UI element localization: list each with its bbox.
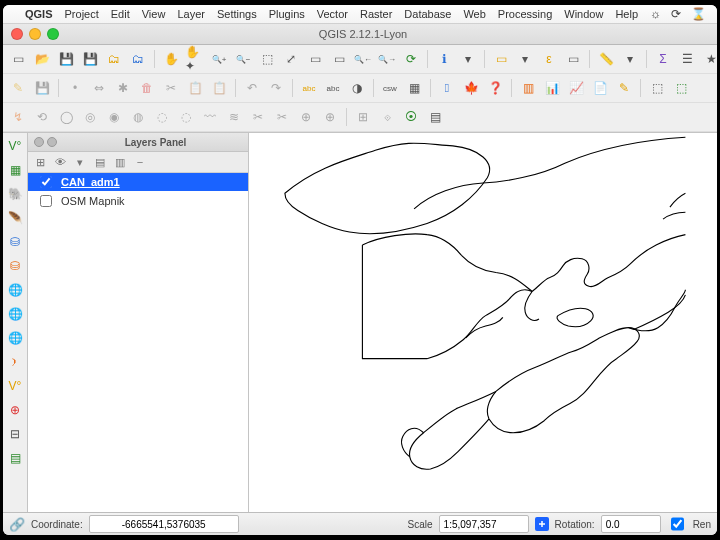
rotation-input[interactable] bbox=[601, 515, 661, 533]
menu-database[interactable]: Database bbox=[404, 8, 451, 20]
layer-visibility-checkbox[interactable] bbox=[40, 176, 52, 188]
identify-button[interactable]: ℹ bbox=[433, 48, 455, 70]
zoom-full-button[interactable]: ⤢ bbox=[280, 48, 302, 70]
dropbox-icon[interactable]: ☼ bbox=[650, 7, 661, 21]
undo-button[interactable]: ↶ bbox=[241, 77, 263, 99]
add-wcs-button[interactable]: 🌐 bbox=[4, 303, 26, 325]
app-menu[interactable]: QGIS bbox=[25, 8, 53, 20]
chart-button[interactable]: 📊 bbox=[541, 77, 563, 99]
cad-entry-button[interactable]: ▤ bbox=[424, 106, 446, 128]
expand-all-button[interactable]: ▤ bbox=[92, 154, 108, 170]
zoom-layer-button[interactable]: ▭ bbox=[328, 48, 350, 70]
simplify-button[interactable]: ◯ bbox=[55, 106, 77, 128]
del-part-button[interactable]: ◌ bbox=[175, 106, 197, 128]
add-postgis-button[interactable]: 🐘 bbox=[4, 183, 26, 205]
save-project-button[interactable]: 💾 bbox=[55, 48, 77, 70]
identify-dropdown-button[interactable]: ▾ bbox=[457, 48, 479, 70]
menu-processing[interactable]: Processing bbox=[498, 8, 552, 20]
plot-button[interactable]: 📈 bbox=[565, 77, 587, 99]
add-pg-raster-button[interactable]: ▤ bbox=[4, 447, 26, 469]
toggle-editing-button[interactable]: ✎ bbox=[7, 77, 29, 99]
stats-button[interactable]: ☰ bbox=[676, 48, 698, 70]
zoom-selection-button[interactable]: ▭ bbox=[304, 48, 326, 70]
plugin-a-button[interactable]: ⬚ bbox=[646, 77, 668, 99]
hist-button[interactable]: ▥ bbox=[517, 77, 539, 99]
diagram-button[interactable]: ◑ bbox=[346, 77, 368, 99]
new-gpx-button[interactable]: ⊕ bbox=[4, 399, 26, 421]
refresh-button[interactable]: ⟳ bbox=[400, 48, 422, 70]
manage-visibility-button[interactable]: 👁 bbox=[52, 154, 68, 170]
zoom-native-button[interactable]: ⬚ bbox=[256, 48, 278, 70]
zoom-out-button[interactable]: 🔍− bbox=[232, 48, 254, 70]
timemachine-icon[interactable]: ⌛ bbox=[691, 7, 706, 21]
add-part-button[interactable]: ◉ bbox=[103, 106, 125, 128]
select-expr-button[interactable]: ε bbox=[538, 48, 560, 70]
add-mssql-button[interactable]: ⛁ bbox=[4, 231, 26, 253]
menu-view[interactable]: View bbox=[142, 8, 166, 20]
menu-project[interactable]: Project bbox=[65, 8, 99, 20]
delete-selected-button[interactable]: 🗑 bbox=[136, 77, 158, 99]
scale-lock-button[interactable] bbox=[535, 517, 549, 531]
scale-input[interactable] bbox=[439, 515, 529, 533]
select-rect-button[interactable]: ▭ bbox=[490, 48, 512, 70]
menu-raster[interactable]: Raster bbox=[360, 8, 392, 20]
del-ring-button[interactable]: ◌ bbox=[151, 106, 173, 128]
help-button[interactable]: ❓ bbox=[484, 77, 506, 99]
sync-icon[interactable]: ⟳ bbox=[671, 7, 681, 21]
plugin-b-button[interactable]: ⬚ bbox=[670, 77, 692, 99]
cut-button[interactable]: ✂ bbox=[160, 77, 182, 99]
fill-ring-button[interactable]: ◍ bbox=[127, 106, 149, 128]
layer-item[interactable]: CAN_adm1 bbox=[28, 173, 248, 192]
menu-vector[interactable]: Vector bbox=[317, 8, 348, 20]
maple-button[interactable]: 🍁 bbox=[460, 77, 482, 99]
cad-b-button[interactable]: ⟐ bbox=[376, 106, 398, 128]
render-checkbox[interactable] bbox=[671, 516, 684, 532]
merge-feat-button[interactable]: ⊕ bbox=[295, 106, 317, 128]
redo-button[interactable]: ↷ bbox=[265, 77, 287, 99]
collapse-all-button[interactable]: ▥ bbox=[112, 154, 128, 170]
filter-legend-button[interactable]: ▾ bbox=[72, 154, 88, 170]
cad-a-button[interactable]: ⊞ bbox=[352, 106, 374, 128]
open-project-button[interactable]: 📂 bbox=[31, 48, 53, 70]
add-csv-button[interactable]: ᠈ bbox=[4, 351, 26, 373]
measure-dropdown-button[interactable]: ▾ bbox=[619, 48, 641, 70]
label-opts-button[interactable]: abc bbox=[322, 77, 344, 99]
save-as-button[interactable]: 💾 bbox=[79, 48, 101, 70]
zoom-next-button[interactable]: 🔍→ bbox=[376, 48, 398, 70]
panel-close-icon[interactable] bbox=[34, 137, 44, 147]
new-shp-button[interactable]: V° bbox=[4, 375, 26, 397]
python-button[interactable]: 𓆓 bbox=[436, 77, 458, 99]
add-group-button[interactable]: ⊞ bbox=[32, 154, 48, 170]
add-vector-button[interactable]: V° bbox=[4, 135, 26, 157]
pan-selection-button[interactable]: ✋✦ bbox=[184, 48, 206, 70]
layer-item[interactable]: OSM Mapnik bbox=[28, 192, 248, 211]
add-spatialite-button[interactable]: 🪶 bbox=[4, 207, 26, 229]
remove-layer-button[interactable]: − bbox=[132, 154, 148, 170]
menu-layer[interactable]: Layer bbox=[177, 8, 205, 20]
zoom-in-button[interactable]: 🔍+ bbox=[208, 48, 230, 70]
add-oracle-button[interactable]: ⛁ bbox=[4, 255, 26, 277]
measure-button[interactable]: 📏 bbox=[595, 48, 617, 70]
deselect-button[interactable]: ▭ bbox=[562, 48, 584, 70]
coordinate-input[interactable] bbox=[89, 515, 239, 533]
add-ring-button[interactable]: ◎ bbox=[79, 106, 101, 128]
pan-button[interactable]: ✋ bbox=[160, 48, 182, 70]
composer-manager-button[interactable]: 🗂 bbox=[127, 48, 149, 70]
add-wms-button[interactable]: 🌐 bbox=[4, 279, 26, 301]
map-canvas[interactable] bbox=[249, 133, 717, 512]
menu-window[interactable]: Window bbox=[564, 8, 603, 20]
save-edits-button[interactable]: 💾 bbox=[31, 77, 53, 99]
split-parts-button[interactable]: ✂ bbox=[271, 106, 293, 128]
menu-plugins[interactable]: Plugins bbox=[269, 8, 305, 20]
menu-settings[interactable]: Settings bbox=[217, 8, 257, 20]
menu-edit[interactable]: Edit bbox=[111, 8, 130, 20]
zoom-last-button[interactable]: 🔍← bbox=[352, 48, 374, 70]
new-project-button[interactable]: ▭ bbox=[7, 48, 29, 70]
move-feature-button[interactable]: ⇔ bbox=[88, 77, 110, 99]
layer-tree[interactable]: CAN_adm1OSM Mapnik bbox=[28, 173, 248, 512]
print-composer-button[interactable]: 🗂 bbox=[103, 48, 125, 70]
node-tool-button[interactable]: ✱ bbox=[112, 77, 134, 99]
menu-web[interactable]: Web bbox=[463, 8, 485, 20]
select-dropdown-button[interactable]: ▾ bbox=[514, 48, 536, 70]
paste-button[interactable]: 📋 bbox=[208, 77, 230, 99]
